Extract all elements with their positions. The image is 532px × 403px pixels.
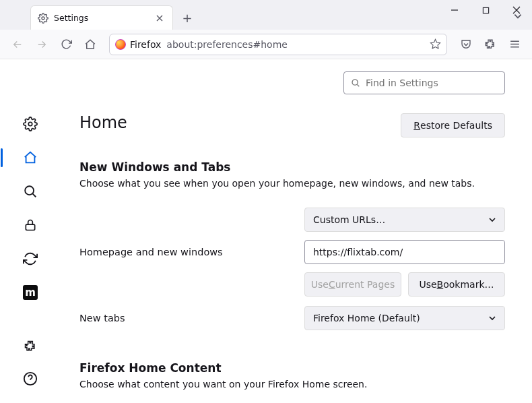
svg-point-3 (28, 122, 32, 126)
preferences-content: m Find in Settings Home Restore Defaults (0, 59, 532, 403)
find-placeholder: Find in Settings (366, 78, 438, 88)
newtabs-dropdown[interactable]: Firefox Home (Default) (304, 306, 505, 330)
new-tab-button[interactable]: + (177, 7, 197, 28)
homepage-url-input[interactable] (304, 240, 505, 264)
sidebar-item-privacy[interactable] (18, 213, 42, 237)
url-text: about:preferences#home (166, 39, 288, 50)
maximize-button[interactable] (470, 0, 501, 20)
svg-rect-5 (26, 224, 34, 230)
svg-point-0 (42, 17, 44, 20)
sidebar-item-general[interactable] (18, 112, 42, 136)
section-desc-windows-tabs: Choose what you see when you open your h… (79, 178, 505, 189)
use-current-pages-button: Use Current Pages (304, 272, 401, 297)
close-tab-button[interactable] (154, 12, 166, 24)
search-icon (351, 78, 360, 88)
chevron-down-icon (488, 314, 496, 322)
pocket-button[interactable] (455, 34, 477, 55)
firefox-logo-icon (115, 39, 126, 50)
forward-button[interactable] (31, 34, 53, 55)
url-bar[interactable]: Firefox about:preferences#home (109, 34, 447, 55)
tab-settings[interactable]: Settings (30, 5, 173, 30)
section-desc-home-content: Choose what content you want on your Fir… (79, 379, 505, 390)
homepage-label: Homepage and new windows (79, 247, 304, 257)
identity-label: Firefox (130, 39, 161, 50)
svg-marker-2 (430, 39, 440, 48)
sidebar-item-extensions[interactable] (18, 334, 42, 359)
svg-point-4 (25, 186, 34, 195)
minimize-button[interactable] (439, 0, 470, 20)
svg-point-7 (352, 80, 358, 85)
sidebar-item-sync[interactable] (18, 247, 42, 271)
window-controls (439, 0, 532, 23)
titlebar: Settings + (0, 0, 532, 30)
sidebar-item-home[interactable] (18, 146, 42, 170)
dropdown-value: Firefox Home (Default) (313, 313, 420, 323)
page-title: Home (79, 113, 127, 132)
back-button[interactable] (7, 34, 28, 55)
reload-button[interactable] (55, 34, 77, 55)
toolbar: Firefox about:preferences#home (0, 30, 532, 59)
restore-defaults-button[interactable]: Restore Defaults (401, 113, 505, 137)
sidebar-item-help[interactable] (18, 367, 42, 391)
category-sidebar: m (0, 59, 61, 403)
mozilla-m-icon: m (23, 285, 38, 300)
close-window-button[interactable] (501, 0, 532, 20)
find-in-settings-input[interactable]: Find in Settings (343, 71, 505, 94)
main-panel: Find in Settings Home Restore Defaults N… (61, 59, 532, 403)
extensions-button[interactable] (479, 34, 501, 55)
bookmark-star-button[interactable] (430, 38, 441, 50)
tab-label: Settings (54, 13, 88, 23)
home-button[interactable] (79, 34, 101, 55)
homepage-mode-dropdown[interactable]: Custom URLs… (304, 208, 505, 232)
section-title-home-content: Firefox Home Content (79, 361, 505, 375)
use-bookmark-button[interactable]: Use Bookmark… (408, 272, 505, 297)
identity-box[interactable]: Firefox (115, 39, 161, 50)
dropdown-value: Custom URLs… (313, 214, 385, 225)
section-title-windows-tabs: New Windows and Tabs (79, 160, 505, 174)
svg-rect-1 (483, 7, 488, 13)
sidebar-item-more-mozilla[interactable]: m (18, 280, 42, 305)
sidebar-item-search[interactable] (18, 179, 42, 204)
chevron-down-icon (488, 216, 496, 224)
newtabs-label: New tabs (79, 313, 304, 323)
menu-button[interactable] (504, 34, 525, 55)
gear-icon (38, 13, 48, 24)
